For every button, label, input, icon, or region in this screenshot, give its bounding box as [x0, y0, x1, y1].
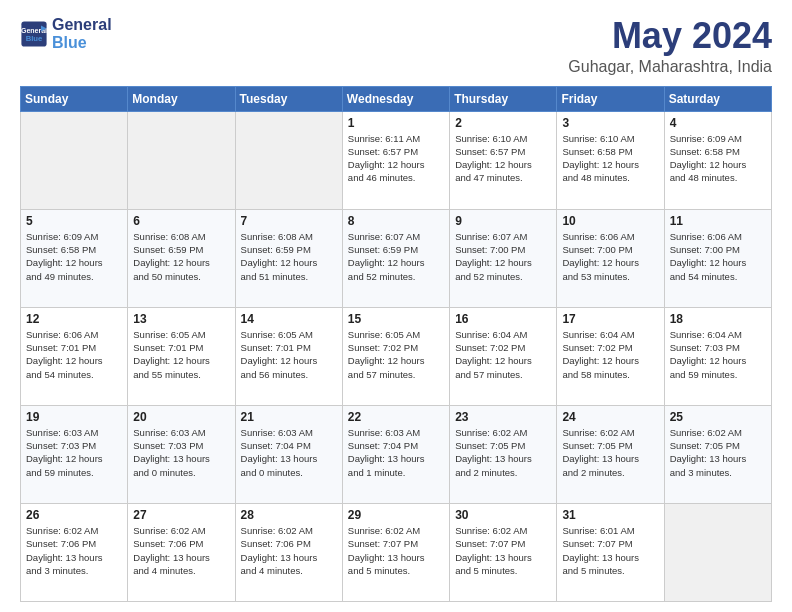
day-number: 29: [348, 508, 444, 522]
table-row: 13Sunrise: 6:05 AMSunset: 7:01 PMDayligh…: [128, 307, 235, 405]
table-row: 9Sunrise: 6:07 AMSunset: 7:00 PMDaylight…: [450, 209, 557, 307]
day-info: Sunrise: 6:02 AMSunset: 7:06 PMDaylight:…: [26, 524, 122, 577]
table-row: 14Sunrise: 6:05 AMSunset: 7:01 PMDayligh…: [235, 307, 342, 405]
day-number: 1: [348, 116, 444, 130]
table-row: [128, 111, 235, 209]
day-info: Sunrise: 6:06 AMSunset: 7:00 PMDaylight:…: [562, 230, 658, 283]
table-row: 29Sunrise: 6:02 AMSunset: 7:07 PMDayligh…: [342, 503, 449, 601]
day-number: 12: [26, 312, 122, 326]
header-wednesday: Wednesday: [342, 86, 449, 111]
day-info: Sunrise: 6:02 AMSunset: 7:07 PMDaylight:…: [455, 524, 551, 577]
table-row: 21Sunrise: 6:03 AMSunset: 7:04 PMDayligh…: [235, 405, 342, 503]
header-monday: Monday: [128, 86, 235, 111]
page: General Blue General Blue May 2024 Guhag…: [0, 0, 792, 612]
table-row: 23Sunrise: 6:02 AMSunset: 7:05 PMDayligh…: [450, 405, 557, 503]
title-block: May 2024 Guhagar, Maharashtra, India: [568, 16, 772, 76]
day-number: 26: [26, 508, 122, 522]
day-number: 4: [670, 116, 766, 130]
table-row: 31Sunrise: 6:01 AMSunset: 7:07 PMDayligh…: [557, 503, 664, 601]
day-info: Sunrise: 6:05 AMSunset: 7:01 PMDaylight:…: [241, 328, 337, 381]
table-row: 19Sunrise: 6:03 AMSunset: 7:03 PMDayligh…: [21, 405, 128, 503]
day-info: Sunrise: 6:06 AMSunset: 7:01 PMDaylight:…: [26, 328, 122, 381]
day-info: Sunrise: 6:02 AMSunset: 7:05 PMDaylight:…: [562, 426, 658, 479]
table-row: 4Sunrise: 6:09 AMSunset: 6:58 PMDaylight…: [664, 111, 771, 209]
table-row: 25Sunrise: 6:02 AMSunset: 7:05 PMDayligh…: [664, 405, 771, 503]
day-info: Sunrise: 6:03 AMSunset: 7:04 PMDaylight:…: [348, 426, 444, 479]
table-row: 12Sunrise: 6:06 AMSunset: 7:01 PMDayligh…: [21, 307, 128, 405]
day-info: Sunrise: 6:06 AMSunset: 7:00 PMDaylight:…: [670, 230, 766, 283]
day-info: Sunrise: 6:05 AMSunset: 7:02 PMDaylight:…: [348, 328, 444, 381]
day-number: 24: [562, 410, 658, 424]
table-row: 15Sunrise: 6:05 AMSunset: 7:02 PMDayligh…: [342, 307, 449, 405]
logo-icon: General Blue: [20, 20, 48, 48]
day-number: 30: [455, 508, 551, 522]
table-row: 11Sunrise: 6:06 AMSunset: 7:00 PMDayligh…: [664, 209, 771, 307]
table-row: 24Sunrise: 6:02 AMSunset: 7:05 PMDayligh…: [557, 405, 664, 503]
day-info: Sunrise: 6:07 AMSunset: 7:00 PMDaylight:…: [455, 230, 551, 283]
day-number: 27: [133, 508, 229, 522]
header-thursday: Thursday: [450, 86, 557, 111]
table-row: 17Sunrise: 6:04 AMSunset: 7:02 PMDayligh…: [557, 307, 664, 405]
day-number: 14: [241, 312, 337, 326]
day-info: Sunrise: 6:02 AMSunset: 7:05 PMDaylight:…: [455, 426, 551, 479]
table-row: 26Sunrise: 6:02 AMSunset: 7:06 PMDayligh…: [21, 503, 128, 601]
main-title: May 2024: [568, 16, 772, 56]
day-info: Sunrise: 6:04 AMSunset: 7:03 PMDaylight:…: [670, 328, 766, 381]
day-number: 28: [241, 508, 337, 522]
logo-general-text: General: [52, 16, 112, 34]
table-row: 18Sunrise: 6:04 AMSunset: 7:03 PMDayligh…: [664, 307, 771, 405]
day-number: 17: [562, 312, 658, 326]
table-row: 27Sunrise: 6:02 AMSunset: 7:06 PMDayligh…: [128, 503, 235, 601]
table-row: 10Sunrise: 6:06 AMSunset: 7:00 PMDayligh…: [557, 209, 664, 307]
day-info: Sunrise: 6:05 AMSunset: 7:01 PMDaylight:…: [133, 328, 229, 381]
day-info: Sunrise: 6:08 AMSunset: 6:59 PMDaylight:…: [133, 230, 229, 283]
day-number: 7: [241, 214, 337, 228]
day-info: Sunrise: 6:10 AMSunset: 6:58 PMDaylight:…: [562, 132, 658, 185]
table-row: 16Sunrise: 6:04 AMSunset: 7:02 PMDayligh…: [450, 307, 557, 405]
sub-title: Guhagar, Maharashtra, India: [568, 58, 772, 76]
day-number: 21: [241, 410, 337, 424]
header-saturday: Saturday: [664, 86, 771, 111]
header-friday: Friday: [557, 86, 664, 111]
table-row: [664, 503, 771, 601]
day-info: Sunrise: 6:02 AMSunset: 7:05 PMDaylight:…: [670, 426, 766, 479]
day-number: 2: [455, 116, 551, 130]
day-number: 19: [26, 410, 122, 424]
table-row: 7Sunrise: 6:08 AMSunset: 6:59 PMDaylight…: [235, 209, 342, 307]
table-row: [235, 111, 342, 209]
table-row: 28Sunrise: 6:02 AMSunset: 7:06 PMDayligh…: [235, 503, 342, 601]
day-number: 5: [26, 214, 122, 228]
day-number: 20: [133, 410, 229, 424]
day-info: Sunrise: 6:01 AMSunset: 7:07 PMDaylight:…: [562, 524, 658, 577]
logo: General Blue General Blue: [20, 16, 112, 51]
day-number: 9: [455, 214, 551, 228]
calendar: Sunday Monday Tuesday Wednesday Thursday…: [20, 86, 772, 602]
header-tuesday: Tuesday: [235, 86, 342, 111]
day-number: 23: [455, 410, 551, 424]
day-info: Sunrise: 6:03 AMSunset: 7:03 PMDaylight:…: [133, 426, 229, 479]
table-row: 1Sunrise: 6:11 AMSunset: 6:57 PMDaylight…: [342, 111, 449, 209]
day-number: 15: [348, 312, 444, 326]
day-number: 8: [348, 214, 444, 228]
day-info: Sunrise: 6:11 AMSunset: 6:57 PMDaylight:…: [348, 132, 444, 185]
day-number: 10: [562, 214, 658, 228]
day-info: Sunrise: 6:04 AMSunset: 7:02 PMDaylight:…: [562, 328, 658, 381]
table-row: [21, 111, 128, 209]
day-number: 3: [562, 116, 658, 130]
header: General Blue General Blue May 2024 Guhag…: [20, 16, 772, 76]
table-row: 8Sunrise: 6:07 AMSunset: 6:59 PMDaylight…: [342, 209, 449, 307]
logo-blue-text: Blue: [52, 34, 112, 52]
table-row: 22Sunrise: 6:03 AMSunset: 7:04 PMDayligh…: [342, 405, 449, 503]
table-row: 5Sunrise: 6:09 AMSunset: 6:58 PMDaylight…: [21, 209, 128, 307]
day-number: 16: [455, 312, 551, 326]
svg-text:Blue: Blue: [26, 34, 43, 43]
day-info: Sunrise: 6:08 AMSunset: 6:59 PMDaylight:…: [241, 230, 337, 283]
day-number: 13: [133, 312, 229, 326]
day-info: Sunrise: 6:02 AMSunset: 7:06 PMDaylight:…: [241, 524, 337, 577]
table-row: 3Sunrise: 6:10 AMSunset: 6:58 PMDaylight…: [557, 111, 664, 209]
day-number: 31: [562, 508, 658, 522]
table-row: 30Sunrise: 6:02 AMSunset: 7:07 PMDayligh…: [450, 503, 557, 601]
day-number: 6: [133, 214, 229, 228]
table-row: 2Sunrise: 6:10 AMSunset: 6:57 PMDaylight…: [450, 111, 557, 209]
table-row: 6Sunrise: 6:08 AMSunset: 6:59 PMDaylight…: [128, 209, 235, 307]
